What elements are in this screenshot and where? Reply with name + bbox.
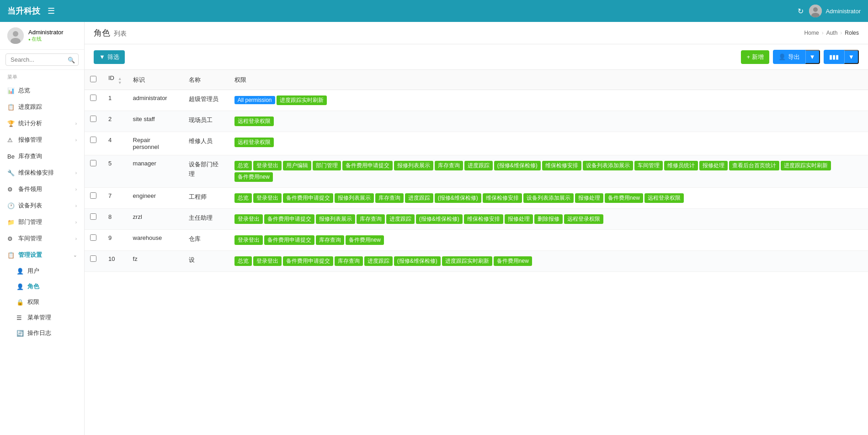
permission-tag[interactable]: 部门管理 [313,161,341,170]
columns-button[interactable]: ▮▮▮ [824,50,844,64]
permission-tag[interactable]: 备件费用申请提交 [342,161,393,170]
hamburger-menu[interactable]: ☰ [48,6,55,16]
permission-tag[interactable]: 远程登录权限 [234,117,274,126]
row-checkbox[interactable] [90,234,96,241]
permission-tag[interactable]: 进度跟踪实时刷新 [442,256,492,266]
permission-tag[interactable]: 进度跟踪实时刷新 [277,95,327,105]
sidebar-item-roles[interactable]: 👤 角色 [0,279,84,294]
sidebar-item-menu-mgmt[interactable]: ☰ 菜单管理 [0,310,84,325]
permission-tag[interactable]: (报修&维保检修) [494,161,541,170]
permission-tag[interactable]: 维保检修安排 [464,214,503,224]
permission-tag[interactable]: 报修处理 [699,161,728,170]
permission-tag[interactable]: 设备列表添加展示 [583,161,633,170]
permission-tag[interactable]: 登录登出 [234,214,263,224]
permission-tag[interactable]: 进度跟踪 [464,161,493,170]
sidebar-item-stats[interactable]: 🏆 统计分析 › [0,115,84,132]
permission-tag[interactable]: 远程登录权限 [234,138,274,147]
permission-tag[interactable]: 库存查询 [375,193,404,203]
permission-tag[interactable]: 库存查询 [316,235,344,245]
permission-tag[interactable]: (报修&维保检修) [435,193,481,203]
permission-tag[interactable]: 报修列表展示 [394,161,433,170]
permission-tag[interactable]: 库存查询 [357,214,385,224]
permission-tag[interactable]: 远程登录权限 [644,193,684,203]
table-row: 2site staff现场员工远程登录权限 [85,111,868,132]
row-checkbox[interactable] [90,95,96,101]
sidebar-item-parts[interactable]: ⚙ 备件领用 › [0,181,84,197]
export-button[interactable]: 👤 导出 [773,50,805,64]
permission-tag[interactable]: 进度跟踪 [405,193,433,203]
cell-permissions: 总览登录登出备件费用申请提交报修列表展示库存查询进度跟踪(报修&维保检修)维保检… [229,188,868,209]
permission-tag[interactable]: 报修列表展示 [335,193,374,203]
permission-tag[interactable]: 删除报修 [534,214,563,224]
sidebar-item-permissions[interactable]: 🔒 权限 [0,294,84,310]
sidebar-item-dashboard[interactable]: 📊 总览 [0,82,84,99]
th-name[interactable]: 名称 [183,70,229,90]
sidebar-item-admin[interactable]: 📋 管理设置 ⌄ [0,247,84,263]
sidebar-item-department[interactable]: 📁 部门管理 › [0,214,84,230]
sidebar-item-equipment[interactable]: 🕐 设备列表 › [0,197,84,214]
sidebar-item-workshop[interactable]: ⚙ 车间管理 › [0,230,84,247]
permission-tag[interactable]: 备件费用申请提交 [283,193,333,203]
permission-tag[interactable]: 登录登出 [253,161,282,170]
row-checkbox[interactable] [90,255,96,262]
select-all-checkbox[interactable] [90,76,96,82]
th-identifier[interactable]: 标识 [128,70,184,90]
permission-tag[interactable]: (报修&维保检修) [394,256,441,266]
permission-tag[interactable]: All permission [234,96,275,104]
permission-tag[interactable]: 总览 [234,256,252,266]
row-checkbox[interactable] [90,116,96,122]
filter-button[interactable]: ▼ 筛选 [94,50,125,64]
permission-tag[interactable]: 报修处理 [505,214,533,224]
row-checkbox[interactable] [90,213,96,220]
permission-tag[interactable]: 报修处理 [575,193,603,203]
permission-tag[interactable]: 查看后台首页统计 [729,161,779,170]
row-checkbox[interactable] [90,137,96,143]
permission-tag[interactable]: 用户编辑 [283,161,311,170]
refresh-icon[interactable]: ↻ [798,7,804,16]
permission-tag[interactable]: 备件费用申请提交 [264,214,314,224]
permission-tag[interactable]: 备件费用new [346,235,384,245]
page-subtitle: 列表 [114,30,127,38]
permission-tag[interactable]: 报修列表展示 [316,214,355,224]
breadcrumb-home[interactable]: Home [804,30,819,36]
permission-tag[interactable]: 库存查询 [435,161,463,170]
columns-dropdown-button[interactable]: ▼ [844,50,859,64]
permission-tag[interactable]: 登录登出 [253,256,282,266]
permission-tag[interactable]: 备件费用申请提交 [264,235,314,245]
user-info[interactable]: Administrator [809,5,861,17]
top-header: 当升科技 ☰ ↻ Administrator [0,0,868,22]
permission-tag[interactable]: 进度跟踪实时刷新 [781,161,831,170]
new-button[interactable]: + 新增 [741,50,769,64]
permission-tag[interactable]: 维保检修安排 [542,161,581,170]
permission-tag[interactable]: 备件费用new [234,172,273,182]
permission-tag[interactable]: 车间管理 [634,161,663,170]
permission-tag[interactable]: 维修员统计 [664,161,698,170]
permission-tag[interactable]: (报修&维保检修) [416,214,463,224]
permission-tag[interactable]: 备件费用new [494,256,532,266]
sidebar-item-progress[interactable]: 📋 进度跟踪 [0,99,84,115]
row-checkbox[interactable] [90,160,96,166]
permission-tag[interactable]: 总览 [234,161,252,170]
th-id[interactable]: ID ▲▼ [103,70,128,90]
sidebar-item-users[interactable]: 👤 用户 [0,263,84,279]
permission-tag[interactable]: 进度跟踪 [386,214,415,224]
row-checkbox[interactable] [90,192,96,199]
permission-tag[interactable]: 登录登出 [234,235,263,245]
breadcrumb-auth[interactable]: Auth [826,30,838,36]
permission-tag[interactable]: 备件费用申请提交 [283,256,333,266]
export-dropdown-button[interactable]: ▼ [805,50,820,64]
permission-tag[interactable]: 维保检修安排 [483,193,522,203]
permission-tag[interactable]: 登录登出 [253,193,282,203]
sidebar-item-inventory[interactable]: Be 库存查询 [0,148,84,164]
sidebar-item-maintenance[interactable]: 🔧 维保检修安排 › [0,164,84,181]
permission-tag[interactable]: 进度跟踪 [364,256,393,266]
cell-name: 超级管理员 [183,90,229,111]
th-permissions[interactable]: 权限 [229,70,868,90]
permission-tag[interactable]: 备件费用new [605,193,643,203]
permission-tag[interactable]: 总览 [234,193,252,203]
permission-tag[interactable]: 设备列表添加展示 [523,193,574,203]
sidebar-item-repair[interactable]: ⚠ 报修管理 › [0,132,84,148]
permission-tag[interactable]: 远程登录权限 [564,214,603,224]
sidebar-item-audit-log[interactable]: 🔄 操作日志 [0,325,84,341]
permission-tag[interactable]: 库存查询 [335,256,363,266]
